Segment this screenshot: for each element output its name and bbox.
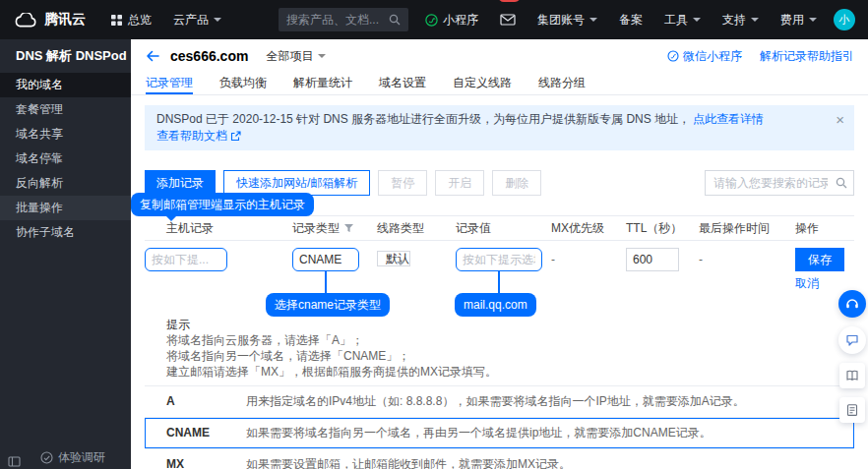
- tab-custom-lines[interactable]: 自定义线路: [453, 73, 512, 94]
- type-tooltip-connector: [325, 271, 327, 293]
- sidebar-item-batch-operations[interactable]: 批量操作: [0, 196, 131, 220]
- book-icon: [845, 369, 859, 382]
- tab-line-groups[interactable]: 线路分组: [538, 73, 586, 94]
- delete-button[interactable]: 删除: [492, 170, 541, 196]
- record-type-name: MX: [145, 457, 246, 469]
- value-tooltip-connector: [498, 271, 500, 293]
- feedback-button[interactable]: [838, 326, 866, 354]
- docs-button[interactable]: [839, 363, 865, 388]
- page-header: ces666.com 全部项目 微信小程序 解析记录帮助指引: [131, 39, 868, 73]
- row-actions: 保存 取消: [774, 248, 854, 292]
- nav-products[interactable]: 云产品: [162, 0, 232, 39]
- tab-load-balancing[interactable]: 负载均衡: [219, 73, 267, 94]
- nav-support[interactable]: 支持: [712, 0, 770, 39]
- record-type-help-row-a[interactable]: A 用来指定域名的IPv4地址（如: 8.8.8.8），如果需要将域名指向一个I…: [145, 385, 854, 417]
- tab-record-management[interactable]: 记录管理: [146, 73, 193, 94]
- sidebar-collapse-icon[interactable]: [8, 456, 21, 467]
- survey-button[interactable]: [839, 397, 865, 423]
- col-record-type: 记录类型: [271, 220, 355, 237]
- host-record-input[interactable]: [145, 248, 227, 271]
- message-count-badge: 99+: [498, 0, 521, 2]
- wechat-miniprogram-label: 微信小程序: [683, 48, 742, 65]
- sidebar-item-plan-management[interactable]: 套餐管理: [0, 97, 131, 122]
- sidebar-item-domain-sharing[interactable]: 域名共享: [0, 122, 131, 147]
- external-link-icon[interactable]: [230, 131, 241, 142]
- hint-line: 建立邮箱请选择「MX」，根据邮箱服务商提供的MX记录填写。: [166, 365, 854, 380]
- ttl-input[interactable]: [626, 248, 679, 271]
- survey-entry[interactable]: 体验调研: [40, 449, 105, 466]
- chevron-down-icon: [214, 18, 221, 26]
- filter-icon[interactable]: [343, 223, 354, 233]
- record-value-tooltip: mail.qq.com: [455, 293, 536, 317]
- nav-beian[interactable]: 备案: [608, 0, 653, 39]
- records-table: 主机记录 记录类型 线路类型 记录值 MX优先级 TTL（秒） 最后操作时间 操…: [145, 215, 854, 469]
- tab-domain-settings[interactable]: 域名设置: [379, 73, 426, 94]
- nav-tools-label: 工具: [664, 12, 688, 29]
- enable-button[interactable]: 开启: [435, 170, 484, 196]
- wechat-miniprogram-icon: [667, 50, 679, 62]
- record-search-input[interactable]: [705, 170, 854, 196]
- line-type-select[interactable]: 默认: [377, 251, 410, 266]
- tab-bar: 记录管理 负载均衡 解析量统计 域名设置 自定义线路 线路分组: [131, 73, 868, 95]
- record-type-help-row-mx[interactable]: MX 如果需要设置邮箱，让邮箱能收到邮件，就需要添加MX记录。: [145, 448, 854, 469]
- col-host: 主机记录: [145, 220, 271, 237]
- sidebar-item-my-domains[interactable]: 我的域名: [0, 73, 131, 97]
- last-op-time-cell: -: [677, 248, 774, 271]
- record-type-input[interactable]: [292, 248, 359, 271]
- back-button[interactable]: [145, 49, 160, 63]
- chevron-down-icon: [397, 262, 404, 269]
- chat-icon: [845, 333, 859, 347]
- project-filter-label: 全部项目: [266, 48, 313, 65]
- topnav-search-input[interactable]: [286, 13, 389, 27]
- project-filter[interactable]: 全部项目: [266, 48, 326, 65]
- sidebar: DNS 解析 DNSPod 我的域名 套餐管理 域名共享 域名停靠 反向解析 批…: [0, 39, 131, 469]
- record-type-name: A: [145, 394, 246, 409]
- nav-billing[interactable]: 费用: [770, 0, 828, 39]
- tab-resolution-stats[interactable]: 解析量统计: [293, 73, 352, 94]
- contact-support-button[interactable]: [838, 290, 866, 318]
- notice-doc-link[interactable]: 查看帮助文档: [156, 128, 227, 145]
- brand[interactable]: 腾讯云: [0, 11, 99, 29]
- topnav-search[interactable]: [279, 8, 408, 31]
- help-guide-link[interactable]: 解析记录帮助指引: [760, 48, 854, 65]
- col-line-type: 线路类型: [355, 220, 434, 237]
- user-avatar[interactable]: 小: [834, 9, 855, 30]
- record-type-help-row-cname[interactable]: CNAME 如果需要将域名指向另一个域名，再由另一个域名提供ip地址，就需要添加…: [145, 417, 854, 448]
- help-guide-label: 解析记录帮助指引: [760, 48, 854, 65]
- cancel-link[interactable]: 取消: [795, 275, 819, 292]
- header-links: 微信小程序 解析记录帮助指引: [667, 48, 854, 65]
- tencent-cloud-logo-icon: [14, 13, 37, 28]
- nav-mini-program[interactable]: 小程序: [414, 0, 489, 39]
- sidebar-item-reverse-dns[interactable]: 反向解析: [0, 171, 131, 196]
- close-icon[interactable]: ×: [836, 112, 844, 127]
- search-icon[interactable]: [836, 177, 847, 189]
- nav-billing-label: 费用: [780, 12, 804, 29]
- back-arrow-icon: [145, 49, 160, 63]
- nav-group-account[interactable]: 集团账号: [527, 0, 608, 39]
- brand-label: 腾讯云: [44, 11, 86, 29]
- col-last-op: 最后操作时间: [677, 220, 774, 237]
- nav-tools[interactable]: 工具: [653, 0, 712, 39]
- record-type-tooltip: 选择cname记录类型: [266, 293, 390, 317]
- nav-group-account-label: 集团账号: [537, 12, 585, 29]
- notice-text: DNSPod 已于 2020-12-15 针对 DNS 服务器地址进行全面升级，…: [156, 111, 690, 128]
- nav-overview[interactable]: 总览: [99, 0, 162, 39]
- search-icon[interactable]: [389, 14, 401, 26]
- hint-title: 提示: [166, 318, 854, 332]
- sidebar-item-collaborative-subdomains[interactable]: 协作子域名: [0, 220, 131, 245]
- record-type-name: CNAME: [145, 426, 246, 440]
- col-ttl: TTL（秒）: [604, 220, 677, 237]
- col-mx: MX优先级: [529, 220, 604, 237]
- nav-messages[interactable]: 99+: [489, 0, 527, 39]
- pause-button[interactable]: 暂停: [378, 170, 427, 196]
- notice-detail-link[interactable]: 点此查看详情: [693, 111, 764, 128]
- nav-support-label: 支持: [722, 12, 746, 29]
- sidebar-item-domain-parking[interactable]: 域名停靠: [0, 147, 131, 171]
- domain-title: ces666.com: [170, 48, 248, 64]
- top-navbar: 腾讯云 总览 云产品 小程序 99+ 集团账号 备案: [0, 0, 868, 39]
- save-button[interactable]: 保存: [795, 248, 844, 271]
- main-area: ces666.com 全部项目 微信小程序 解析记录帮助指引 记录管理 负载均衡…: [131, 39, 868, 469]
- wechat-miniprogram-link[interactable]: 微信小程序: [667, 48, 742, 65]
- record-type-desc: 如果需要将域名指向另一个域名，再由另一个域名提供ip地址，就需要添加CNAME记…: [246, 426, 854, 440]
- app-root: 腾讯云 总览 云产品 小程序 99+ 集团账号 备案: [0, 0, 868, 469]
